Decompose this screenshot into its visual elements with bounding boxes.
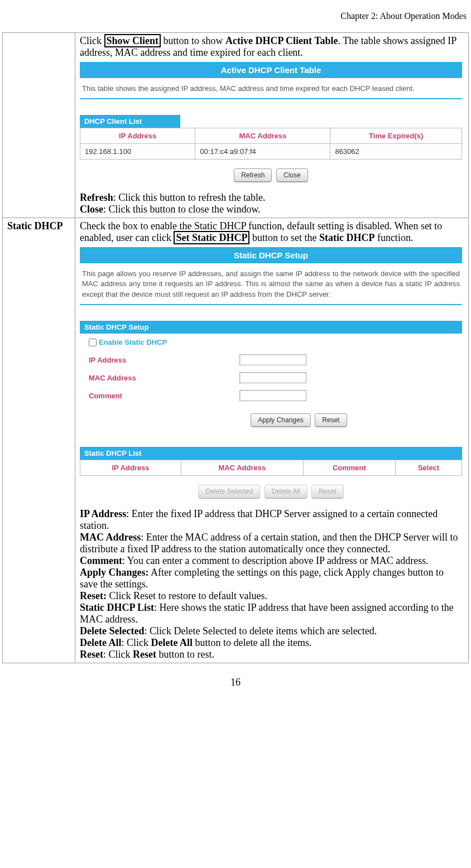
def-comment: Comment: You can enter a comment to desc… (80, 555, 464, 567)
mac-address-row: MAC Address (80, 369, 462, 387)
reset-list-button[interactable]: Reset (311, 485, 343, 498)
col-time-expired: Time Expired(s) (330, 128, 462, 144)
col-ip-address: IP Address (80, 128, 195, 144)
ip-address-row: IP Address (80, 351, 462, 369)
col2-mac-address: MAC Address (181, 460, 303, 476)
set-static-dhcp-label: Set Static DHCP (174, 231, 249, 244)
def-delete-selected: Delete Selected: Click Delete Selected t… (80, 625, 464, 637)
enable-static-dhcp-row: Enable Static DHCP (80, 334, 462, 351)
row1-content-cell: Click Show Client button to show Active … (75, 33, 469, 218)
table-row: 192.168.1.100 00:17:c4:a9:07:f4 863062 (80, 144, 462, 160)
show-client-label: Show Client (104, 34, 161, 47)
def-delete-all: Delete All: Click Delete All button to d… (80, 637, 464, 649)
panel2-desc: This page allows you reserve IP addresse… (80, 263, 462, 305)
def-reset-2: Reset: Click Reset button to rest. (80, 649, 464, 660)
delete-all-button[interactable]: Delete All (265, 485, 307, 498)
ip-address-input[interactable] (239, 354, 306, 365)
col2-select: Select (396, 460, 462, 476)
def-reset-1: Reset: Click Reset to restore to default… (80, 590, 464, 602)
close-button[interactable]: Close (276, 168, 308, 182)
static-dhcp-setup-section: Static DHCP Setup (80, 321, 462, 334)
page-number: 16 (2, 677, 469, 688)
panel1-button-row: Refresh Close (80, 160, 462, 186)
delete-selected-button[interactable]: Delete Selected (198, 485, 260, 498)
dhcp-client-list-section: DHCP Client List (80, 115, 180, 128)
refresh-button[interactable]: Refresh (234, 168, 272, 182)
row1-label-cell (3, 33, 75, 218)
static-dhcp-list-section: Static DHCP List (80, 447, 462, 460)
dhcp-client-table: IP Address MAC Address Time Expired(s) 1… (80, 128, 462, 160)
static-dhcp-setup-panel: Static DHCP Setup This page allows you r… (80, 247, 462, 503)
col-mac-address: MAC Address (195, 128, 330, 144)
row1-intro: Click Show Client button to show Active … (80, 35, 464, 59)
col2-comment: Comment (303, 460, 395, 476)
refresh-definition: Refresh: Click this button to refresh th… (80, 192, 464, 204)
def-static-dhcp-list: Static DHCP List: Here shows the static … (80, 602, 464, 625)
col2-ip-address: IP Address (80, 460, 181, 476)
def-mac-address: MAC Address: Enter the MAC address of a … (80, 532, 464, 555)
comment-input[interactable] (239, 390, 306, 401)
apply-changes-button[interactable]: Apply Changes (251, 413, 310, 427)
static-dhcp-list-table: IP Address MAC Address Comment Select (80, 460, 462, 476)
row2-content-cell: Check the box to enable the Static DHCP … (75, 218, 469, 663)
parameter-table: Click Show Client button to show Active … (2, 32, 469, 663)
active-dhcp-table-label: Active DHCP Client Table (225, 35, 338, 46)
row2-intro: Check the box to enable the Static DHCP … (80, 220, 464, 244)
row2-label-cell: Static DHCP (3, 218, 75, 663)
panel1-desc: This table shows the assigned IP address… (80, 78, 462, 99)
comment-row: Comment (80, 387, 462, 404)
chapter-header: Chapter 2: About Operation Modes (2, 11, 469, 21)
panel2-button-row-1: Apply Changes Reset (80, 404, 462, 431)
close-definition: Close: Click this button to close the wi… (80, 204, 464, 215)
reset-button[interactable]: Reset (315, 413, 347, 427)
def-apply-changes: Apply Changes: After completing the sett… (80, 567, 464, 590)
mac-address-input[interactable] (239, 372, 306, 383)
panel1-title: Active DHCP Client Table (80, 62, 462, 78)
def-ip-address: IP Address: Enter the fixed IP address t… (80, 508, 464, 532)
panel2-title: Static DHCP Setup (80, 247, 462, 263)
active-dhcp-client-panel: Active DHCP Client Table This table show… (80, 62, 462, 186)
enable-static-dhcp-checkbox[interactable] (89, 339, 97, 346)
panel2-button-row-2: Delete Selected Delete All Reset (80, 476, 462, 503)
